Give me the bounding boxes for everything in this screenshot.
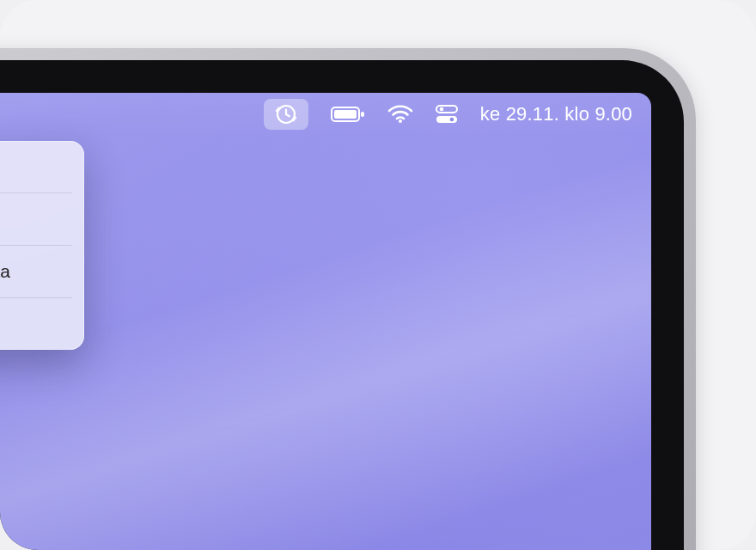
laptop-bezel: ke 29.11. klo 9.00 7,4 % valmis – 3,64 G… [0,48,696,550]
wifi-menu-button[interactable] [387,99,413,130]
battery-icon [331,106,365,123]
svg-rect-4 [334,110,357,119]
wallpaper-highlight [0,141,651,550]
svg-point-10 [449,118,454,122]
time-machine-menu-button[interactable] [264,99,308,130]
browse-backups-item[interactable]: Selaa Time Machine -varmuuskopioita [0,246,84,297]
backup-status-text: 7,4 % valmis – 3,64 Gt kopioitu [0,141,84,192]
control-center-icon [436,105,458,124]
desktop-screen: ke 29.11. klo 9.00 7,4 % valmis – 3,64 G… [0,93,651,550]
svg-rect-9 [436,116,457,123]
battery-menu-button[interactable] [331,99,365,130]
time-machine-icon [274,102,298,126]
time-machine-dropdown: 7,4 % valmis – 3,64 Gt kopioitu Ohita tä… [0,141,84,350]
svg-rect-5 [361,112,364,117]
open-settings-item[interactable]: Avaa Time Machine -asetukset… [0,298,84,350]
menu-bar-clock[interactable]: ke 29.11. klo 9.00 [480,103,632,125]
wifi-icon [387,105,413,124]
svg-point-6 [399,119,402,123]
skip-backup-item[interactable]: Ohita tämä varmuuskopio [0,193,84,245]
stage: ke 29.11. klo 9.00 7,4 % valmis – 3,64 G… [0,0,756,550]
menu-bar: ke 29.11. klo 9.00 [0,93,651,136]
svg-rect-7 [436,106,457,113]
svg-point-8 [439,107,443,112]
laptop-bezel-inner: ke 29.11. klo 9.00 7,4 % valmis – 3,64 G… [0,60,684,550]
control-center-menu-button[interactable] [436,99,458,130]
